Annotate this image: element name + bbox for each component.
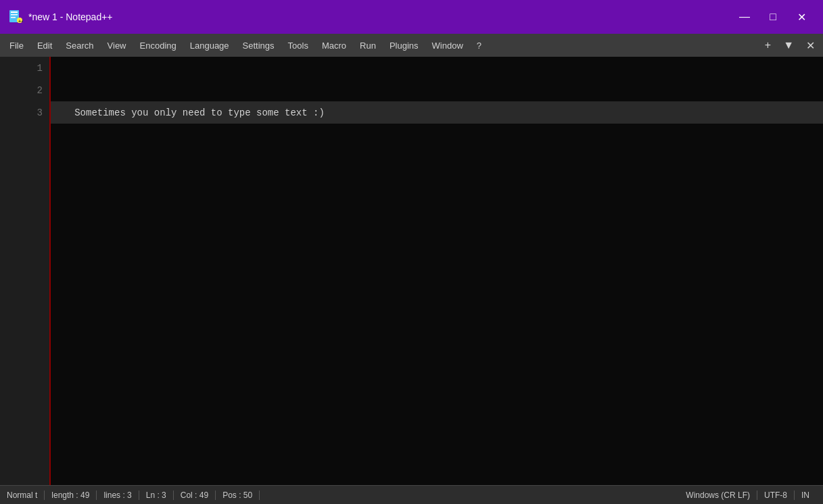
- status-col: Col : 49: [174, 490, 216, 500]
- window-controls: — □ ✕: [731, 6, 815, 28]
- tab-dropdown-button[interactable]: ▼: [778, 36, 799, 54]
- close-tab-button[interactable]: ✕: [801, 36, 820, 55]
- status-line-endings: Windows (CR LF): [679, 490, 757, 500]
- status-ln: Ln : 3: [139, 490, 174, 500]
- svg-text:++: ++: [18, 19, 23, 24]
- editor-container: 1 2 3 Sometimes you only need to type so…: [0, 57, 823, 485]
- status-encoding: UTF-8: [757, 490, 795, 500]
- minimize-button[interactable]: —: [731, 6, 758, 28]
- menu-run[interactable]: Run: [353, 38, 383, 53]
- svg-rect-3: [11, 17, 16, 18]
- menu-tools[interactable]: Tools: [281, 38, 315, 53]
- menu-search[interactable]: Search: [59, 38, 100, 53]
- code-line-1: [51, 57, 823, 79]
- status-ins: IN: [795, 490, 816, 500]
- status-bar: Normal t length : 49 lines : 3 Ln : 3 Co…: [0, 485, 823, 504]
- code-line-2: [51, 79, 823, 101]
- status-style: Normal t: [7, 490, 45, 500]
- svg-rect-2: [11, 14, 18, 16]
- menu-language[interactable]: Language: [183, 38, 236, 53]
- menu-settings[interactable]: Settings: [236, 38, 281, 53]
- line-numbers: 1 2 3: [0, 57, 51, 485]
- menu-plugins[interactable]: Plugins: [383, 38, 425, 53]
- menu-window[interactable]: Window: [425, 38, 470, 53]
- menu-edit[interactable]: Edit: [30, 38, 59, 53]
- line-number-1: 1: [0, 57, 49, 79]
- code-text-3: Sometimes you only need to type some tex…: [57, 107, 325, 118]
- line-number-3: 3: [0, 101, 49, 124]
- svg-rect-1: [11, 11, 18, 13]
- menu-bar: File Edit Search View Encoding Language …: [0, 34, 823, 57]
- menu-help[interactable]: ?: [470, 38, 488, 53]
- menu-file[interactable]: File: [3, 38, 30, 53]
- status-length: length : 49: [45, 490, 97, 500]
- code-area[interactable]: Sometimes you only need to type some tex…: [51, 57, 823, 485]
- status-pos: Pos : 50: [216, 490, 260, 500]
- close-button[interactable]: ✕: [788, 6, 815, 28]
- title-text: *new 1 - Notepad++: [28, 11, 113, 22]
- menu-macro[interactable]: Macro: [315, 38, 353, 53]
- title-bar: ++ *new 1 - Notepad++ — □ ✕: [0, 0, 823, 34]
- app-icon: ++: [8, 9, 23, 24]
- line-number-2: 2: [0, 79, 49, 101]
- new-tab-button[interactable]: +: [759, 36, 776, 54]
- title-left: ++ *new 1 - Notepad++: [8, 9, 113, 24]
- maximize-button[interactable]: □: [759, 6, 786, 28]
- menu-encoding[interactable]: Encoding: [133, 38, 183, 53]
- menu-right: + ▼ ✕: [759, 36, 820, 55]
- menu-view[interactable]: View: [101, 38, 133, 53]
- status-lines: lines : 3: [97, 490, 139, 500]
- code-line-3: Sometimes you only need to type some tex…: [51, 101, 823, 124]
